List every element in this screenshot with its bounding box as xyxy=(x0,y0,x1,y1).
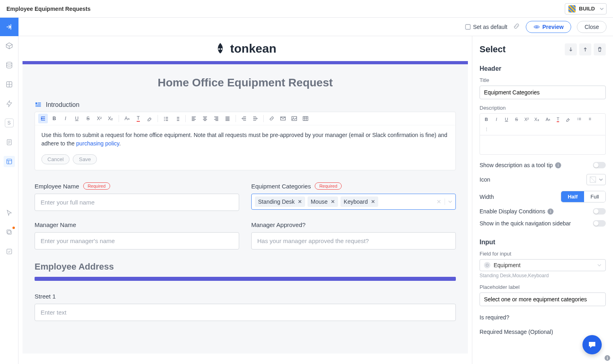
mode-label: BUILD xyxy=(579,6,595,12)
set-default-checkbox[interactable]: Set as default xyxy=(465,24,508,30)
field-for-input-select[interactable]: Equipment xyxy=(480,259,606,271)
chevron-down-icon xyxy=(597,263,601,267)
field-hint: Standing Desk,Mouse,Keyboard xyxy=(480,273,606,278)
mini-ol-icon[interactable] xyxy=(585,115,594,124)
rte-align-right-icon[interactable] xyxy=(211,114,221,123)
arrow-up-icon xyxy=(582,47,588,52)
rte-textcolor-icon[interactable]: T xyxy=(133,114,143,123)
rail-item-bolt[interactable] xyxy=(4,98,15,109)
rte-ol-icon[interactable] xyxy=(172,114,182,123)
display-cond-toggle[interactable] xyxy=(593,208,606,215)
delete-button[interactable] xyxy=(594,43,606,55)
rte-align-justify-icon[interactable] xyxy=(223,114,232,123)
description-input[interactable] xyxy=(480,135,606,155)
rte-align-left-icon[interactable] xyxy=(189,114,199,123)
mini-bold-icon[interactable]: B xyxy=(482,115,491,124)
intro-cancel-button[interactable]: Cancel xyxy=(41,154,70,164)
mini-strike-icon[interactable]: S xyxy=(512,115,521,124)
mini-underline-icon[interactable]: U xyxy=(502,115,511,124)
street1-input[interactable] xyxy=(35,304,456,321)
chip-remove-icon[interactable]: ✕ xyxy=(371,199,375,204)
manager-approved-input[interactable] xyxy=(251,232,456,249)
copy-icon xyxy=(6,229,13,236)
mini-textcolor-icon[interactable]: T xyxy=(554,115,562,124)
database-icon xyxy=(5,61,13,69)
intro-text[interactable]: Use this form to submit a request for ho… xyxy=(35,125,455,153)
rte-sup-icon[interactable]: X² xyxy=(94,114,104,123)
rte-eraser-icon[interactable] xyxy=(145,114,154,123)
rail-item-check[interactable] xyxy=(4,246,15,257)
rail-item-layout[interactable] xyxy=(4,156,15,167)
preview-label: Preview xyxy=(542,24,564,30)
width-half[interactable]: Half xyxy=(561,191,584,202)
rte-ul-icon[interactable] xyxy=(161,114,171,123)
rte-link-icon[interactable] xyxy=(267,114,277,123)
clear-icon[interactable]: ✕ xyxy=(437,198,441,205)
rte-mail-icon[interactable] xyxy=(278,114,288,123)
rte-underline-icon[interactable]: U xyxy=(72,114,82,123)
close-button[interactable]: Close xyxy=(577,21,607,33)
purchasing-policy-link[interactable]: purchasing policy xyxy=(76,140,119,147)
rte-indent-icon[interactable] xyxy=(38,114,48,123)
svg-point-20 xyxy=(578,119,578,120)
rail-item-copy[interactable] xyxy=(4,227,15,238)
rail-item-grid[interactable] xyxy=(4,79,15,90)
mini-fontsize-icon[interactable]: Aa xyxy=(543,115,552,124)
mini-eraser-icon[interactable] xyxy=(564,115,572,124)
preview-button[interactable]: Preview xyxy=(526,21,571,33)
info-icon[interactable]: i xyxy=(547,209,554,215)
move-down-button[interactable] xyxy=(565,43,577,55)
width-full[interactable]: Full xyxy=(584,191,605,202)
mode-selector[interactable]: BUILD xyxy=(565,3,607,14)
rail-item-s[interactable]: S xyxy=(4,117,15,129)
rte-italic-icon[interactable]: I xyxy=(61,114,70,123)
rail-item-cursor[interactable] xyxy=(4,207,15,219)
collapse-rail-button[interactable] xyxy=(0,18,18,36)
icon-picker[interactable] xyxy=(586,174,606,185)
title-label: Title xyxy=(480,77,606,83)
chevron-down-icon xyxy=(600,7,604,11)
move-up-button[interactable] xyxy=(579,43,591,55)
intro-save-button[interactable]: Save xyxy=(73,154,97,164)
mini-more-icon[interactable]: ⋮ xyxy=(482,125,491,134)
manager-name-input[interactable] xyxy=(35,232,239,249)
chat-fab[interactable] xyxy=(582,335,602,354)
rte-sub-icon[interactable]: X₂ xyxy=(106,114,115,123)
rte-outdent-icon[interactable] xyxy=(239,114,249,123)
title-input[interactable] xyxy=(480,86,606,99)
placeholder-label-input[interactable] xyxy=(480,292,606,306)
tooltip-toggle[interactable] xyxy=(593,162,606,168)
rail-item-cube[interactable] xyxy=(4,40,15,51)
chevron-down-icon[interactable] xyxy=(448,200,452,204)
manager-name-label: Manager Name xyxy=(35,221,76,228)
width-segment[interactable]: Half Full xyxy=(561,191,606,202)
mini-sub-icon[interactable]: X₂ xyxy=(532,115,541,124)
info-corner-icon[interactable]: i xyxy=(604,355,611,362)
rte-align-center-icon[interactable] xyxy=(200,114,210,123)
rte-table-icon[interactable] xyxy=(301,114,310,123)
link-icon[interactable] xyxy=(513,22,520,31)
rte-strike-icon[interactable]: S xyxy=(83,114,93,123)
rail-item-database[interactable] xyxy=(4,59,15,71)
rte-fontsize-icon[interactable]: Aa xyxy=(122,114,132,123)
chip-remove-icon[interactable]: ✕ xyxy=(331,199,335,204)
employee-name-input[interactable] xyxy=(35,194,239,211)
field-street1: Street 1 xyxy=(35,293,456,321)
rail-item-form[interactable] xyxy=(4,137,15,148)
quick-nav-toggle[interactable] xyxy=(593,220,606,227)
svg-point-19 xyxy=(578,118,578,119)
field-employee-name: Employee Name Required xyxy=(35,182,239,211)
rte-image-icon[interactable] xyxy=(289,114,299,123)
mini-sup-icon[interactable]: X² xyxy=(522,115,531,124)
info-icon[interactable]: i xyxy=(555,162,561,168)
mini-italic-icon[interactable]: I xyxy=(492,115,501,124)
mini-ul-icon[interactable] xyxy=(575,115,584,124)
rte-bold-icon[interactable]: B xyxy=(49,114,59,123)
rte-indent2-icon[interactable] xyxy=(250,114,260,123)
brand-logo: tonkean xyxy=(214,42,276,55)
required-badge: Required xyxy=(83,182,110,190)
chip-remove-icon[interactable]: ✕ xyxy=(298,199,302,204)
street1-label: Street 1 xyxy=(35,293,56,300)
chip-mouse: Mouse✕ xyxy=(308,196,338,207)
equipment-categories-select[interactable]: Standing Desk✕ Mouse✕ Keyboard✕ ✕ xyxy=(251,194,456,210)
